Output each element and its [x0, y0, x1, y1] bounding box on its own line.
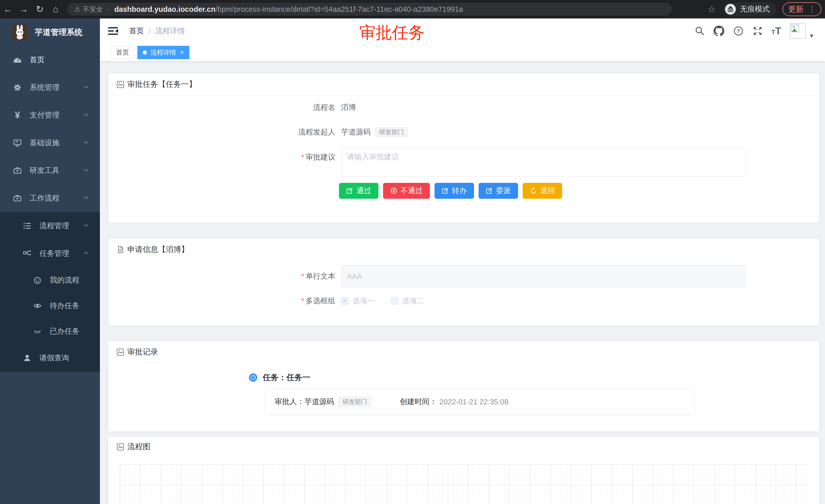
approval-suggestion-row: *审批建议	[108, 148, 819, 177]
red-annotation-text: 审批任务	[359, 21, 425, 44]
card-title: 申请信息【滔博】	[127, 244, 189, 255]
required-mark: *	[301, 153, 304, 161]
sidebar-item-home[interactable]: 首页	[0, 46, 100, 74]
sidebar-item-label: 请假查询	[40, 353, 100, 363]
process-name-value: 滔博	[341, 102, 356, 113]
browser-reload-button[interactable]: ↻	[32, 4, 48, 15]
sidebar-toggle-icon[interactable]	[108, 26, 119, 35]
dept-tag: 研发部门	[338, 397, 372, 407]
page-content: 审批任务【任务一】 流程名 滔博 流程发起人 芋道源码 研发部门	[100, 62, 825, 504]
sidebar-item-leave-query[interactable]: 请假查询	[0, 344, 100, 372]
reject-button[interactable]: 不通过	[383, 183, 430, 199]
browser-menu-icon[interactable]: ⋮	[808, 5, 816, 14]
sidebar-item-payment[interactable]: ¥ 支付管理	[0, 101, 100, 129]
font-size-big-t: T	[775, 27, 781, 35]
checkbox-option-1[interactable]: ✓ 选项一	[341, 296, 374, 306]
avatar[interactable]	[790, 23, 806, 39]
workflow-submenu: 流程管理	[0, 212, 100, 372]
sidebar-item-label: 工作流程	[30, 193, 83, 203]
approval-task-card: 审批任务【任务一】 流程名 滔博 流程发起人 芋道源码 研发部门	[108, 73, 819, 223]
font-size-small-t: T	[771, 29, 775, 35]
tab-label: 流程详情	[150, 48, 176, 57]
sidebar-item-label: 基础设施	[30, 138, 83, 148]
required-mark: *	[301, 272, 304, 280]
github-icon[interactable]	[714, 26, 724, 36]
address-bar[interactable]: ⚠ 不安全 dashboard.yudao.iocoder.cn /bpm/pr…	[67, 3, 672, 16]
sidebar-logo-row[interactable]: 芋道管理系统	[0, 18, 100, 46]
update-label[interactable]: 更新	[788, 4, 804, 15]
font-size-icon[interactable]: TT	[771, 27, 781, 35]
sidebar-item-infrastructure[interactable]: 基础设施	[0, 129, 100, 157]
sidebar-item-workflow[interactable]: 工作流程	[0, 184, 100, 212]
process-diagram-card: 流程图	[108, 437, 819, 504]
approver-name: 芋道源码	[304, 397, 334, 407]
clock-icon	[249, 373, 257, 382]
delegate-button[interactable]: 委派	[478, 183, 518, 199]
list-icon	[21, 221, 33, 231]
sidebar-item-task-mgmt[interactable]: 任务管理	[0, 240, 100, 267]
not-secure-label[interactable]: 不安全	[83, 5, 103, 14]
app-title: 芋道管理系统	[35, 27, 82, 37]
checkbox-option-2[interactable]: 选项二	[391, 296, 424, 306]
sidebar-item-todo-tasks[interactable]: 待办任务	[0, 293, 100, 319]
sidebar-item-process-mgmt[interactable]: 流程管理	[0, 212, 100, 240]
briefcase-icon	[12, 194, 23, 203]
incognito-label: 无痕模式	[740, 4, 770, 14]
sidebar-item-label: 流程管理	[40, 221, 83, 231]
eye-open-icon	[32, 301, 43, 310]
fullscreen-icon[interactable]	[752, 26, 763, 36]
yen-icon: ¥	[12, 110, 23, 120]
checkbox-group-row: *多选框组 ✓ 选项一	[108, 296, 819, 306]
browser-forward-button[interactable]: →	[16, 4, 32, 15]
app-header: 首页 / 流程详情 审批任务	[100, 18, 825, 44]
sidebar-item-label: 支付管理	[30, 110, 83, 120]
browser-back-button[interactable]: ←	[0, 4, 16, 15]
chevron-down-icon	[83, 141, 89, 145]
button-label: 不通过	[400, 186, 423, 196]
sidebar-item-my-process[interactable]: 我的流程	[0, 267, 100, 293]
approver-label: 审批人：	[275, 397, 304, 407]
transfer-button[interactable]: 转办	[435, 183, 474, 199]
field-label: 多选框组	[306, 297, 335, 305]
tab-process-detail[interactable]: 流程详情 ×	[137, 46, 189, 59]
picture-outline-icon	[117, 348, 124, 356]
browser-update-button[interactable]: 更新 ⋮	[782, 2, 821, 16]
card-title: 流程图	[127, 441, 150, 452]
help-icon[interactable]: ?	[733, 26, 744, 36]
sidebar-item-dev-tools[interactable]: 研发工具	[0, 157, 100, 184]
return-button[interactable]: 退回	[523, 183, 562, 199]
sidebar: 芋道管理系统 首页	[0, 18, 100, 504]
breadcrumb: 首页 / 流程详情	[129, 26, 185, 36]
monitor-icon	[12, 138, 23, 148]
checkbox-checked-icon: ✓	[341, 297, 349, 305]
sidebar-item-done-tasks[interactable]: 已办任务	[0, 319, 100, 344]
browser-toolbar: ← → ↻ ⌂ ⚠ 不安全 dashboard.yudao.iocoder.cn…	[0, 0, 825, 18]
created-time-value: 2022-01-21 22:35:08	[439, 398, 508, 406]
screen: ← → ↻ ⌂ ⚠ 不安全 dashboard.yudao.iocoder.cn…	[0, 0, 825, 504]
approval-suggestion-textarea[interactable]	[341, 148, 746, 177]
sidebar-item-system[interactable]: 系统管理	[0, 74, 100, 101]
sidebar-item-label: 系统管理	[30, 82, 83, 93]
checkbox-label: 选项一	[353, 296, 374, 306]
incognito-badge: 无痕模式	[723, 2, 776, 16]
single-line-text-input[interactable]	[341, 265, 746, 287]
approve-button[interactable]: 通过	[339, 183, 378, 199]
timeline-task-row: 任务：任务一	[108, 372, 819, 383]
chevron-up-icon	[83, 251, 89, 256]
breadcrumb-home[interactable]: 首页	[129, 26, 144, 36]
task-title: 任务：任务一	[262, 372, 310, 383]
avatar-dropdown-caret-icon[interactable]: ▾	[810, 32, 813, 40]
url-path: /bpm/process-instance/detail?id=54aa251f…	[216, 5, 463, 14]
tab-label: 首页	[116, 48, 129, 57]
bpmn-diagram-canvas[interactable]	[120, 465, 808, 504]
close-icon[interactable]: ×	[180, 49, 184, 56]
face-icon	[32, 275, 43, 285]
initiator-value: 芋道源码	[341, 127, 371, 137]
eye-closed-icon	[32, 327, 43, 336]
diagram-card-header: 流程图	[108, 437, 819, 457]
bookmark-star-icon[interactable]: ☆	[708, 4, 716, 15]
tab-home[interactable]: 首页	[111, 46, 134, 59]
svg-text:?: ?	[737, 28, 740, 34]
search-icon[interactable]	[695, 26, 705, 36]
browser-home-button[interactable]: ⌂	[48, 4, 64, 15]
